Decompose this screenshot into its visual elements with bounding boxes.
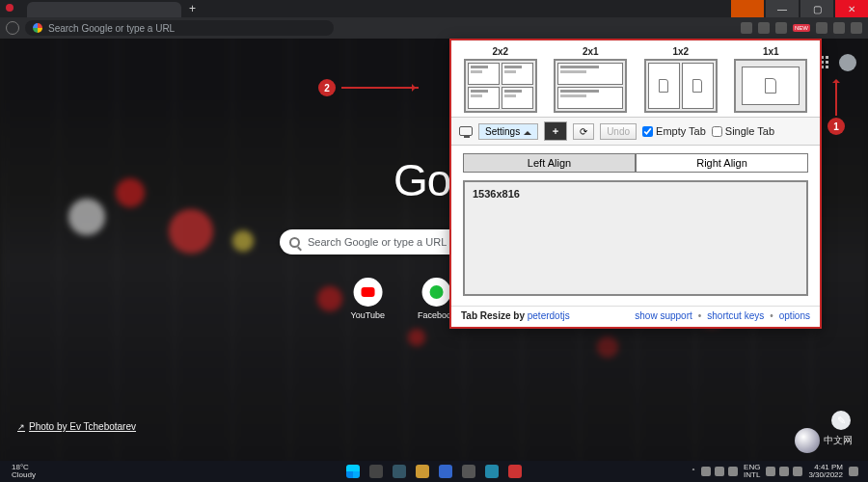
battery-icon[interactable] — [793, 467, 802, 476]
start-button[interactable] — [346, 465, 360, 478]
layout-label: 1x1 — [763, 46, 779, 57]
menu-icon[interactable] — [851, 22, 862, 34]
annotation-2: 2 — [318, 79, 419, 96]
search-placeholder: Search Google or type a URL — [308, 236, 447, 248]
new-badge: NEW — [793, 24, 810, 32]
ext-icon[interactable] — [816, 22, 827, 34]
refresh-button[interactable] — [573, 123, 594, 140]
window-maximize[interactable]: ▢ — [800, 0, 833, 17]
layout-grid-row: 2x2 2x1 1x2 1x1 — [451, 40, 820, 117]
right-align-button[interactable]: Right Align — [636, 153, 808, 173]
ext-icon[interactable] — [775, 22, 787, 34]
ext-icon[interactable] — [758, 22, 770, 34]
watermark-text: 中文网 — [824, 434, 853, 447]
tray-icon[interactable] — [715, 467, 724, 476]
popup-toolbar: Settings ＋ Undo Empty Tab Single Tab — [451, 117, 820, 146]
taskbar-clock[interactable]: 4:41 PM 3/30/2022 — [808, 464, 843, 479]
new-tab-button[interactable]: + — [189, 2, 196, 15]
wifi-icon[interactable] — [766, 467, 775, 476]
align-row: Left Align Right Align — [451, 146, 820, 180]
taskbar-app[interactable] — [462, 465, 475, 478]
left-align-button[interactable]: Left Align — [463, 153, 636, 173]
taskbar-app[interactable] — [439, 465, 452, 478]
photo-credit[interactable]: Photo by Ev Tchebotarev — [17, 421, 136, 432]
weather-widget[interactable]: 18°C Cloudy — [10, 464, 36, 479]
tray-icon[interactable] — [728, 467, 738, 476]
window-titlebar: + — ▢ ✕ — [0, 0, 868, 17]
credit-text: Tab Resize by peterdotjs — [461, 310, 570, 321]
volume-icon[interactable] — [779, 467, 789, 476]
arrow-icon — [835, 83, 837, 116]
layout-option-2x1[interactable]: 2x1 — [554, 46, 627, 113]
layout-label: 2x1 — [583, 46, 599, 57]
annotation-badge: 2 — [318, 79, 336, 96]
single-tab-input[interactable] — [712, 126, 722, 137]
monitor-icon — [459, 126, 473, 136]
taskbar-app[interactable] — [485, 465, 499, 478]
clock-date: 3/30/2022 — [808, 471, 843, 479]
empty-tab-checkbox[interactable]: Empty Tab — [642, 125, 706, 137]
layout-label: 2x2 — [492, 46, 508, 57]
system-tray: ˄ ENG INTL 4:41 PM 3/30/2022 — [692, 464, 858, 479]
resolution-box[interactable]: 1536x816 — [463, 180, 808, 296]
notifications-icon[interactable] — [849, 467, 858, 476]
youtube-icon — [353, 278, 382, 307]
add-layout-button[interactable]: ＋ — [544, 121, 567, 141]
resolution-value: 1536x816 — [473, 188, 520, 200]
checkbox-label: Single Tab — [725, 125, 774, 137]
omnibox-placeholder: Search Google or type a URL — [48, 23, 175, 34]
show-support-link[interactable]: show support — [635, 310, 692, 321]
layout-label: 1x2 — [672, 46, 689, 57]
profile-avatar[interactable] — [839, 54, 856, 71]
annotation-1: 1 — [827, 83, 845, 135]
author-link[interactable]: peterdotjs — [528, 310, 570, 321]
customize-button[interactable]: ✎ — [831, 411, 851, 430]
address-bar: Search Google or type a URL NEW — [0, 17, 868, 39]
watermark: 中文网 — [795, 428, 853, 453]
shortcut-youtube[interactable]: YouTube — [351, 278, 385, 320]
search-icon — [289, 237, 300, 248]
taskbar-app[interactable] — [369, 465, 383, 478]
checkbox-label: Empty Tab — [656, 125, 706, 137]
empty-tab-input[interactable] — [642, 126, 653, 137]
browser-tab[interactable] — [27, 2, 181, 17]
extension-indicator — [731, 0, 764, 17]
reload-icon[interactable] — [6, 21, 19, 35]
window-close[interactable]: ✕ — [835, 0, 868, 17]
omnibox[interactable]: Search Google or type a URL — [25, 20, 334, 36]
extension-icons: NEW — [741, 22, 862, 34]
shortcut-keys-link[interactable]: shortcut keys — [707, 310, 764, 321]
options-link[interactable]: options — [779, 310, 810, 321]
popup-footer: Tab Resize by peterdotjs show support • … — [451, 306, 820, 327]
annotation-badge: 1 — [827, 118, 845, 135]
settings-button[interactable]: Settings — [478, 123, 538, 140]
layout-option-1x1[interactable]: 1x1 — [734, 46, 807, 113]
window-minimize[interactable]: — — [766, 0, 799, 17]
google-icon — [33, 23, 42, 33]
chevron-up-icon — [524, 127, 531, 135]
undo-button[interactable]: Undo — [600, 123, 637, 140]
tray-chevron-icon[interactable]: ˄ — [692, 468, 695, 476]
keyboard-indicator[interactable]: INTL — [744, 471, 760, 479]
php-logo-icon — [795, 428, 820, 453]
layout-option-1x2[interactable]: 1x2 — [644, 46, 718, 113]
taskbar-app[interactable] — [416, 465, 429, 478]
single-tab-checkbox[interactable]: Single Tab — [712, 125, 774, 137]
taskbar: 18°C Cloudy ˄ ENG INTL 4:41 PM 3/30/2022 — [0, 461, 868, 482]
taskbar-center — [346, 465, 522, 478]
tab-favicons — [6, 4, 14, 12]
shortcut-label: YouTube — [351, 310, 385, 320]
taskbar-app[interactable] — [508, 465, 522, 478]
arrow-icon — [341, 87, 419, 89]
ext-icon[interactable] — [741, 22, 752, 34]
weather-cond: Cloudy — [12, 471, 36, 479]
tab-resize-popup: 2x2 2x1 1x2 1x1 Settings ＋ Undo Empty Ta… — [449, 39, 822, 329]
tray-icon[interactable] — [701, 467, 711, 476]
layout-option-2x2[interactable]: 2x2 — [464, 46, 537, 113]
taskbar-app[interactable] — [393, 465, 406, 478]
facebook-icon — [422, 278, 451, 307]
ext-icon[interactable] — [833, 22, 845, 34]
